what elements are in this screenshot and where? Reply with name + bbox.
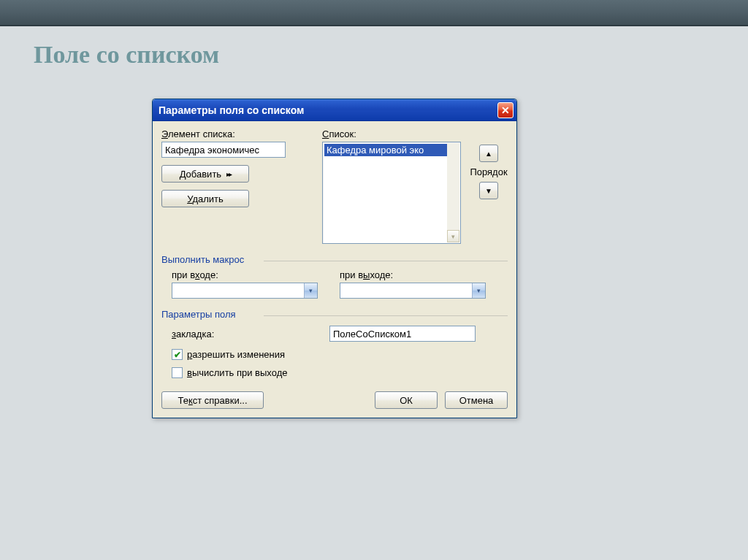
delete-button[interactable]: Удалить bbox=[161, 190, 249, 207]
on-exit-combo[interactable]: ▾ bbox=[340, 283, 486, 299]
help-text-button[interactable]: Текст справки... bbox=[161, 391, 264, 409]
delete-button-label: Удалить bbox=[187, 193, 224, 204]
dialog-body: Элемент списка: Кафедра экономичес Добав… bbox=[153, 121, 516, 418]
presentation-topbar bbox=[0, 0, 748, 26]
bookmark-value: ПолеСоСписком1 bbox=[333, 329, 411, 340]
on-exit-value bbox=[340, 283, 472, 298]
move-up-button[interactable]: ▲ bbox=[479, 145, 498, 162]
bookmark-input[interactable]: ПолеСоСписком1 bbox=[329, 326, 476, 342]
arrow-down-icon: ▼ bbox=[485, 187, 492, 195]
on-enter-combo[interactable]: ▾ bbox=[172, 283, 318, 299]
help-text-label: Текст справки... bbox=[178, 395, 247, 406]
field-params-group-label: Параметры поля bbox=[161, 309, 508, 320]
close-icon: ✕ bbox=[501, 104, 510, 116]
page-title: Поле со списком bbox=[0, 26, 748, 69]
order-label: Порядок bbox=[470, 166, 507, 177]
close-button[interactable]: ✕ bbox=[497, 102, 514, 118]
calc-on-exit-label: вычислить при выходе bbox=[187, 367, 287, 378]
scroll-down-button[interactable]: ▾ bbox=[447, 230, 459, 242]
cancel-button[interactable]: Отмена bbox=[445, 391, 508, 409]
listbox-scrollbar[interactable]: ▾ bbox=[447, 143, 459, 242]
ok-label: ОК bbox=[400, 395, 413, 406]
cancel-label: Отмена bbox=[459, 395, 494, 406]
bookmark-label: закладка: bbox=[172, 329, 318, 340]
list-label: Список: bbox=[322, 129, 461, 139]
macro-group-label: Выполнить макрос bbox=[161, 254, 508, 265]
element-input-text: Кафедра экономичес bbox=[165, 145, 259, 156]
listbox[interactable]: Кафедра мировой эко ▾ bbox=[322, 142, 461, 244]
on-enter-value bbox=[172, 283, 304, 298]
ok-button[interactable]: ОК bbox=[375, 391, 438, 409]
titlebar[interactable]: Параметры поля со списком ✕ bbox=[153, 99, 516, 121]
titlebar-text: Параметры поля со списком bbox=[159, 104, 497, 116]
on-exit-label: при выходе: bbox=[340, 269, 486, 280]
add-button-label: Добавить bbox=[180, 169, 227, 180]
element-input[interactable]: Кафедра экономичес bbox=[161, 142, 286, 158]
on-exit-dropdown-button[interactable]: ▾ bbox=[472, 283, 485, 298]
element-label: Элемент списка: bbox=[161, 129, 322, 139]
move-down-button[interactable]: ▼ bbox=[479, 182, 498, 199]
chevron-down-icon: ▾ bbox=[309, 287, 313, 294]
on-enter-label: при входе: bbox=[172, 269, 318, 280]
calc-on-exit-checkbox[interactable] bbox=[172, 367, 183, 378]
chevron-down-icon: ▾ bbox=[477, 287, 481, 294]
allow-changes-label: разрешить изменения bbox=[187, 349, 285, 360]
chevron-down-icon: ▾ bbox=[451, 233, 455, 240]
dropdown-field-options-dialog: Параметры поля со списком ✕ Элемент спис… bbox=[152, 99, 517, 418]
add-arrows-icon: ▸▸ bbox=[226, 170, 231, 178]
allow-changes-checkbox[interactable]: ✔ bbox=[172, 349, 183, 360]
listbox-item-selected[interactable]: Кафедра мировой эко bbox=[324, 144, 459, 156]
on-enter-dropdown-button[interactable]: ▾ bbox=[304, 283, 317, 298]
add-button[interactable]: Добавить ▸▸ bbox=[161, 165, 249, 183]
arrow-up-icon: ▲ bbox=[485, 150, 492, 158]
check-icon: ✔ bbox=[174, 350, 181, 360]
